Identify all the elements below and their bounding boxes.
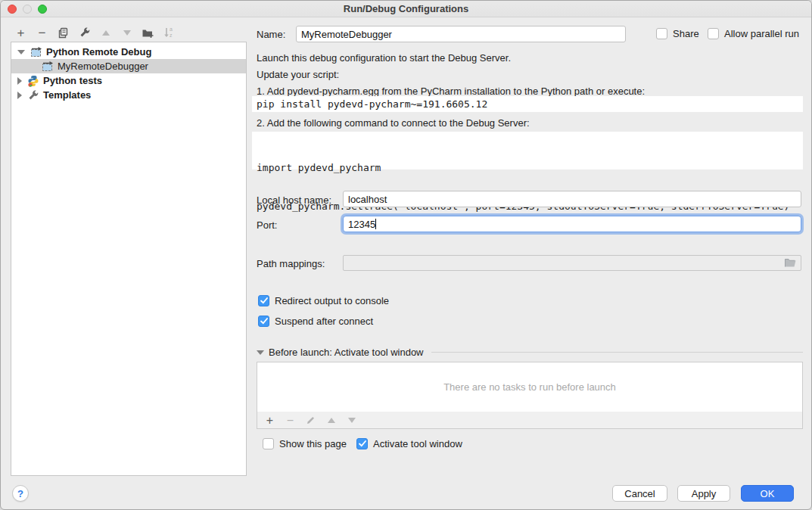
instruction-step-2: 2. Add the following command to connect … <box>257 117 530 129</box>
svg-text:z: z <box>170 33 173 38</box>
chevron-collapsed-icon[interactable] <box>17 77 22 85</box>
apply-button[interactable]: Apply <box>677 485 730 502</box>
checkbox-box[interactable] <box>258 295 269 306</box>
cancel-button[interactable]: Cancel <box>612 485 667 502</box>
close-window-button[interactable] <box>8 5 17 14</box>
show-this-page-label: Show this page <box>279 438 347 449</box>
show-this-page-checkbox[interactable]: Show this page <box>263 438 347 449</box>
suspend-after-connect-label: Suspend after connect <box>275 316 373 327</box>
activate-tool-window-checkbox[interactable]: Activate tool window <box>356 438 462 449</box>
help-button[interactable]: ? <box>12 485 29 502</box>
move-down-icon[interactable] <box>120 26 133 39</box>
move-task-up-icon[interactable] <box>325 414 338 427</box>
port-input[interactable] <box>343 216 801 232</box>
configurations-tree: Python Remote Debug MyRemoteDebugger Pyt… <box>11 42 247 476</box>
checkbox-box[interactable] <box>356 438 368 449</box>
add-icon[interactable]: + <box>14 26 27 39</box>
tree-item-label: Python Remote Debug <box>46 46 151 58</box>
path-mappings-label: Path mappings: <box>257 258 325 269</box>
allow-parallel-run-label: Allow parallel run <box>724 28 799 39</box>
text-cursor <box>375 219 376 229</box>
instruction-step-1: 1. Add pydevd-pycharm.egg from the PyCha… <box>257 86 645 97</box>
zoom-window-button[interactable] <box>38 5 47 14</box>
share-checkbox[interactable]: Share <box>656 28 699 39</box>
edit-templates-wrench-icon[interactable] <box>78 26 91 39</box>
tree-item-myremotedebugger[interactable]: MyRemoteDebugger <box>11 59 246 73</box>
copy-icon[interactable] <box>57 26 70 39</box>
instruction-line-2: Update your script: <box>257 69 339 80</box>
tree-item-templates[interactable]: Templates <box>11 88 246 102</box>
move-task-down-icon[interactable] <box>345 414 358 427</box>
suspend-after-connect-checkbox[interactable]: Suspend after connect <box>258 316 373 327</box>
port-label: Port: <box>257 219 277 231</box>
before-launch-title: Before launch: Activate tool window <box>269 347 424 358</box>
run-debug-configurations-dialog: Run/Debug Configurations + − az Python R… <box>0 0 812 510</box>
edit-task-pencil-icon[interactable] <box>304 414 317 427</box>
run-config-icon <box>42 61 54 73</box>
redirect-output-checkbox[interactable]: Redirect output to console <box>258 295 389 306</box>
section-divider <box>431 352 803 353</box>
activate-tool-window-label: Activate tool window <box>373 438 462 449</box>
ok-button[interactable]: OK <box>741 485 794 502</box>
sort-alphabetically-icon[interactable]: az <box>163 26 176 39</box>
checkbox-box[interactable] <box>263 438 274 449</box>
window-title: Run/Debug Configurations <box>344 3 468 14</box>
chevron-collapsed-icon[interactable] <box>17 92 22 99</box>
add-task-icon[interactable]: + <box>263 414 276 427</box>
local-host-name-input[interactable] <box>343 191 801 207</box>
remove-task-icon[interactable]: − <box>284 414 297 427</box>
tree-item-label: Python tests <box>43 75 102 86</box>
name-label: Name: <box>257 29 285 40</box>
checkbox-box[interactable] <box>656 28 667 39</box>
tree-item-python-tests[interactable]: Python tests <box>11 73 246 88</box>
path-mappings-field[interactable] <box>343 255 801 271</box>
tree-item-label: Templates <box>43 89 91 101</box>
svg-text:a: a <box>170 26 173 32</box>
tree-item-label: MyRemoteDebugger <box>58 61 148 72</box>
instruction-line-1: Launch this debug configuration to start… <box>257 52 511 64</box>
before-launch-tasks-list[interactable]: There are no tasks to run before launch <box>257 362 803 412</box>
before-launch-toolbar: + − <box>257 412 803 429</box>
pip-install-code: pip install pydevd-pycharm~=191.6605.12 <box>252 96 803 112</box>
python-tests-icon <box>27 75 39 87</box>
settrace-code-block: import pydevd_pycharm pydevd_pycharm.set… <box>252 132 803 169</box>
checkbox-box[interactable] <box>258 316 269 327</box>
no-tasks-placeholder: There are no tasks to run before launch <box>443 381 616 393</box>
wrench-icon <box>27 89 39 101</box>
chevron-expanded-icon[interactable] <box>257 350 264 355</box>
tree-item-python-remote-debug[interactable]: Python Remote Debug <box>11 45 246 59</box>
create-folder-icon[interactable] <box>142 26 154 39</box>
title-bar: Run/Debug Configurations <box>1 1 811 17</box>
allow-parallel-run-checkbox[interactable]: Allow parallel run <box>708 28 799 39</box>
chevron-expanded-icon[interactable] <box>17 50 25 54</box>
move-up-icon[interactable] <box>99 26 112 39</box>
local-host-name-label: Local host name: <box>257 194 331 206</box>
browse-folder-icon[interactable] <box>784 257 797 270</box>
settrace-code-line-1: import pydevd_pycharm <box>257 161 803 174</box>
remove-icon[interactable]: − <box>36 26 48 39</box>
name-input[interactable] <box>296 26 626 42</box>
run-config-icon <box>30 46 42 58</box>
before-launch-section-header[interactable]: Before launch: Activate tool window <box>257 347 803 358</box>
redirect-output-label: Redirect output to console <box>275 295 389 306</box>
checkbox-box[interactable] <box>708 28 719 39</box>
share-label: Share <box>673 28 699 39</box>
minimize-window-button[interactable] <box>23 5 32 14</box>
configurations-toolbar: + − az <box>14 24 176 41</box>
